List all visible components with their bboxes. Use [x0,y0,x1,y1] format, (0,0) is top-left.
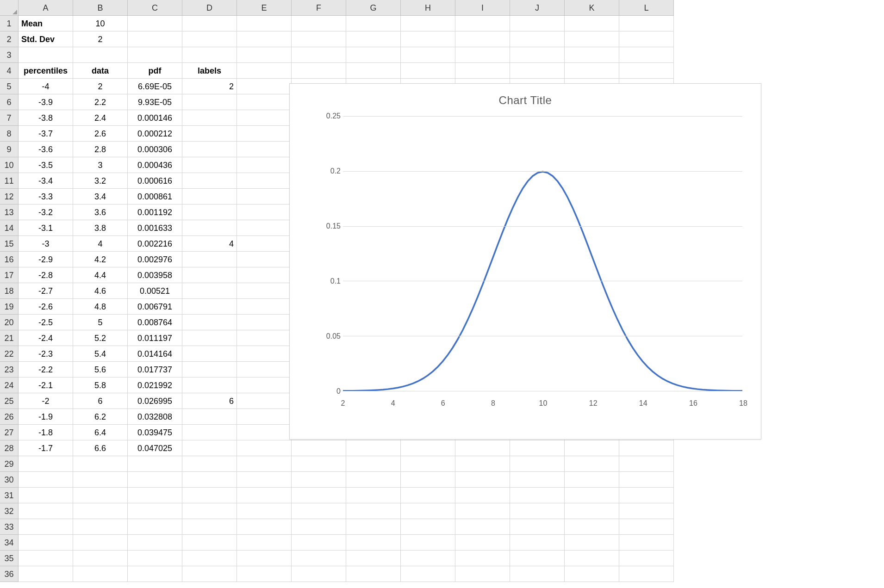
cell[interactable] [401,456,455,472]
cell[interactable] [182,142,237,157]
cell[interactable]: -2.2 [19,362,73,378]
cell[interactable] [182,566,237,582]
cell[interactable]: 2 [73,31,128,47]
cell[interactable] [237,440,292,456]
cell[interactable]: 10 [73,16,128,31]
cell[interactable] [346,16,401,31]
cell[interactable] [182,378,237,393]
cell[interactable]: 0.001192 [128,204,182,220]
cell[interactable] [510,472,565,488]
row-header[interactable]: 9 [0,142,19,157]
cell[interactable] [346,440,401,456]
cell[interactable] [182,204,237,220]
row-header[interactable]: 26 [0,409,19,425]
cell[interactable] [182,31,237,47]
cell[interactable]: -1.8 [19,425,73,440]
row-header[interactable]: 19 [0,299,19,315]
cell[interactable]: 5.6 [73,362,128,378]
cell[interactable] [292,519,346,535]
cell[interactable]: 5 [73,315,128,330]
cell[interactable] [292,535,346,551]
cell[interactable] [346,31,401,47]
chart-title[interactable]: Chart Title [290,84,761,111]
row-header[interactable]: 22 [0,346,19,362]
cell[interactable] [182,94,237,110]
cell[interactable]: 4.2 [73,252,128,267]
row-header[interactable]: 30 [0,472,19,488]
cell[interactable] [237,204,292,220]
cell[interactable] [73,535,128,551]
cell[interactable]: -3.1 [19,220,73,236]
cell[interactable] [237,503,292,519]
row-header[interactable]: 28 [0,440,19,456]
cell[interactable]: -2.9 [19,252,73,267]
cell[interactable]: 6.2 [73,409,128,425]
cell[interactable] [346,551,401,566]
cell[interactable]: 0.026995 [128,393,182,409]
row-header[interactable]: 8 [0,126,19,142]
cell[interactable] [19,535,73,551]
column-header[interactable]: K [565,0,619,16]
cell[interactable] [455,16,510,31]
cell[interactable]: -2.7 [19,283,73,299]
cell[interactable] [128,47,182,63]
row-header[interactable]: 11 [0,173,19,189]
cell[interactable] [182,189,237,204]
cell[interactable] [237,315,292,330]
cell[interactable]: -4 [19,79,73,94]
cell[interactable] [565,16,619,31]
cell[interactable]: 0.002216 [128,236,182,252]
cell[interactable]: -2.8 [19,267,73,283]
cell[interactable]: 0.039475 [128,425,182,440]
row-header[interactable]: 14 [0,220,19,236]
cell[interactable]: 3.6 [73,204,128,220]
cell[interactable] [292,31,346,47]
cell[interactable] [565,503,619,519]
cell[interactable] [237,488,292,503]
cell[interactable] [182,456,237,472]
cell[interactable] [401,503,455,519]
cell[interactable] [455,551,510,566]
cell[interactable]: 3.2 [73,173,128,189]
cell[interactable] [73,488,128,503]
row-header[interactable]: 4 [0,63,19,79]
cell[interactable] [401,551,455,566]
cell[interactable]: 0.011197 [128,330,182,346]
cell[interactable]: 0.021992 [128,378,182,393]
cell[interactable]: Std. Dev [19,31,73,47]
cell[interactable] [237,362,292,378]
cell[interactable] [565,47,619,63]
cell[interactable] [128,16,182,31]
cell[interactable] [346,503,401,519]
row-header[interactable]: 18 [0,283,19,299]
cell[interactable]: 0.003958 [128,267,182,283]
cell[interactable]: 0.008764 [128,315,182,330]
cell[interactable] [619,456,674,472]
row-header[interactable]: 33 [0,519,19,535]
cell[interactable] [128,456,182,472]
cell[interactable] [182,16,237,31]
cell[interactable] [565,63,619,79]
row-header[interactable]: 21 [0,330,19,346]
cell[interactable] [292,16,346,31]
cell[interactable] [455,535,510,551]
cell[interactable] [619,63,674,79]
cell[interactable]: 0.047025 [128,440,182,456]
cell[interactable] [346,488,401,503]
column-header[interactable]: B [73,0,128,16]
cell[interactable] [19,456,73,472]
cell[interactable] [182,126,237,142]
row-header[interactable]: 34 [0,535,19,551]
cell[interactable] [237,31,292,47]
cell[interactable]: -3.2 [19,204,73,220]
cell[interactable]: pdf [128,63,182,79]
cell[interactable]: Mean [19,16,73,31]
cell[interactable] [346,472,401,488]
cell[interactable]: -2.3 [19,346,73,362]
cell[interactable] [565,456,619,472]
cell[interactable] [619,551,674,566]
cell[interactable] [292,503,346,519]
cell[interactable]: 4 [73,236,128,252]
cell[interactable] [19,551,73,566]
cell[interactable] [565,440,619,456]
